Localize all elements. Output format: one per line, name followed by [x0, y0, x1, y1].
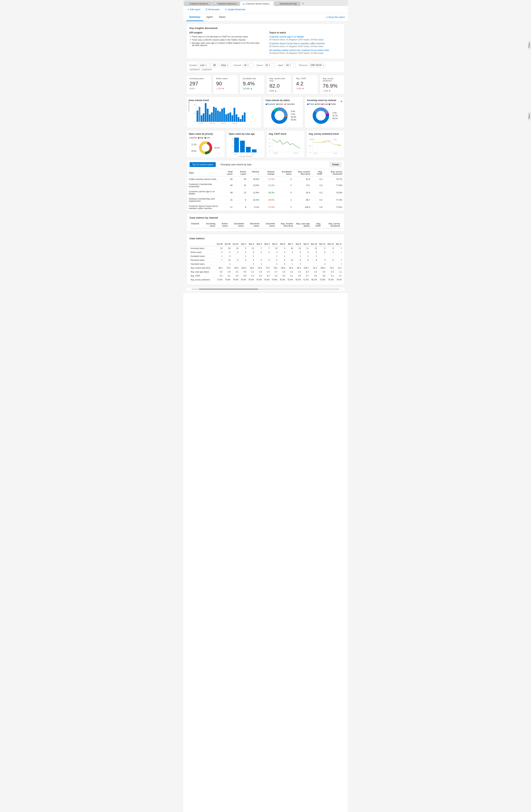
cm-cell-5-12: 62.3 [310, 266, 318, 270]
topics-cell-4-0: Customer doesn't know how to maintain co… [187, 204, 222, 211]
svg-text:Nov 20: Nov 20 [334, 153, 337, 154]
browser-tab-1[interactable]: 📊 Customer Service A... [184, 1, 212, 6]
cm-date-col-4: Nov 2 [247, 242, 255, 246]
duration-arrow-icon: ▼ [205, 64, 207, 66]
filters-side-btn-top[interactable]: Filters [528, 41, 531, 49]
cm-row-label-2: Escalated cases [190, 254, 216, 258]
svg-text:10: 10 [194, 113, 195, 114]
timezone-select[interactable]: GMT-08:00 ▼ [309, 63, 326, 67]
channel-expand-icon[interactable]: ▶ [341, 100, 342, 102]
queue-select[interactable]: All ▼ [264, 63, 275, 67]
scroll-right-arrow[interactable]: › [341, 288, 342, 290]
legend-dot-active [276, 103, 278, 105]
topics-section: Top 10 volume topics Emerging case volum… [187, 160, 345, 211]
kpi-item-1: ↗ There was a 100.0% volume spike in the… [190, 39, 262, 41]
channel-select[interactable]: All ▼ [242, 63, 253, 67]
cm-date-col-12: Nov 10 [310, 242, 318, 246]
priority-pct-right: 63.3% [215, 147, 220, 149]
cm-cell-7-15: 4.4 [335, 274, 342, 278]
cm-row-3: Resolved cases713856445513668366526745 [190, 258, 342, 262]
topic-desc-0: #3 Volume Driver, #1 Negative CSAT impac… [269, 39, 342, 41]
top-10-topics-button[interactable]: Top 10 volume topics [190, 162, 216, 167]
kpi-insights-title: KPI insights [190, 31, 262, 34]
topics-cell-1-4: 21.2% [261, 182, 277, 189]
svg-text:3.3: 3.3 [269, 150, 270, 151]
svg-rect-49 [234, 138, 239, 153]
scroll-left-arrow[interactable]: ‹ [189, 288, 190, 290]
cm-cell-0-12: 15 [310, 246, 318, 250]
svg-text:Nov 13: Nov 13 [221, 122, 226, 124]
cm-date-col-0: Oct 29 [216, 242, 224, 246]
channel-donut-labels: 3.4% 32.7% 58.2% [333, 112, 338, 119]
cm-cell-7-11: 3.7 [302, 274, 310, 278]
topic-link-2[interactable]: No tracking number send to the customer … [269, 49, 342, 52]
browser-tab-3[interactable]: 📊 Customer Service historic... × [240, 1, 274, 6]
ch-col-escalated: Escalated cases [230, 221, 245, 228]
key-insights-card: Key insights discovered KPI insights ↗ T… [187, 24, 345, 59]
cm-cell-4-9: 1 [286, 262, 294, 266]
topics-cell-3-6: 86.7 [294, 196, 312, 204]
cm-cell-0-14: 8 [326, 246, 335, 250]
bookmarks-button[interactable]: ☰ Bookmarks [205, 8, 221, 12]
topics-details-button[interactable]: Details [330, 162, 342, 167]
svg-text:20: 20 [232, 145, 233, 147]
incoming-channel-header: Incoming cases by channel ▶ [307, 99, 342, 103]
agent-select[interactable]: All ▼ [284, 63, 296, 67]
emerging-topics-button[interactable]: Emerging case volume by topic [218, 162, 254, 167]
topics-cell-2-7: 4.2 [312, 189, 325, 196]
update-bookmark-button[interactable]: ↻ Update Bookmark [224, 8, 247, 12]
avg-csat-trend-title: Avg. CSAT trend [269, 133, 303, 135]
cm-cell-8-13: 72.8% [318, 278, 326, 282]
svg-rect-21 [230, 113, 231, 122]
tab-agent[interactable]: Agent [203, 13, 216, 21]
cm-cell-7-1: 4.1 [224, 274, 232, 278]
duration-select[interactable]: Last ▼ [198, 63, 209, 67]
topic-link-1[interactable]: Customer doesn't know how to maintain co… [269, 42, 342, 45]
topics-cell-2-6: 91.6 [294, 189, 312, 196]
update-bookmark-label: Update Bookmark [227, 8, 246, 11]
tab-summary[interactable]: Summary [187, 13, 203, 21]
duration-number-input[interactable] [211, 63, 218, 67]
queue-arrow-icon: ▼ [269, 64, 270, 66]
about-link[interactable]: ℹ About this report [326, 16, 344, 18]
duration-unit-select[interactable]: Days ▼ [219, 63, 231, 67]
col-topic: Topic [187, 169, 222, 177]
case-metrics-title: Case metrics [190, 237, 342, 240]
topic-link-0[interactable]: Customer cannot sign in on Mobile [269, 35, 342, 38]
channel-header-row: Channel ↓ Incoming cases Active cases Es… [190, 221, 342, 228]
svg-rect-8 [203, 113, 204, 122]
ch-col-channel: Channel ↓ [190, 221, 201, 228]
cm-cell-2-4: 2 [247, 254, 255, 258]
tab-close-icon[interactable]: × [273, 3, 274, 5]
cm-cell-8-4: 78.3% [247, 278, 255, 282]
channel-value: All [244, 64, 246, 67]
topics-cell-4-3: 9.1% [248, 204, 261, 211]
cm-cell-1-10: 4 [294, 250, 302, 254]
tab-add-button[interactable]: + [301, 1, 305, 6]
case-metrics-scroll[interactable]: Oct 29Oct 30Oct 31Nov 1Nov 2Nov 3Nov 4No… [190, 242, 342, 282]
insights-title: Key insights discovered [190, 27, 342, 30]
svg-text:57.0%: 57.0% [338, 145, 341, 146]
horizontal-scrollbar[interactable] [191, 288, 340, 290]
cm-cell-0-4: 12 [247, 246, 255, 250]
case-volume-status-legend: Resolved Active Cancelled [266, 103, 301, 105]
topics-cell-3-5: 1 [277, 196, 294, 204]
svg-text:Nov 20: Nov 20 [232, 122, 237, 124]
cm-cell-3-6: 4 [263, 258, 271, 262]
cm-cell-8-0: 77.5% [216, 278, 224, 282]
cm-row-label-6: Avg. case age (days) [190, 270, 216, 274]
topics-table: Topic Total cases Active cases Volume ▲ … [187, 169, 344, 211]
scrollbar-thumb[interactable] [199, 288, 258, 290]
cm-cell-8-8: 78.3% [279, 278, 286, 282]
edit-report-button[interactable]: ✏ Edit report [187, 8, 202, 12]
cm-cell-6-8: 2.4 [279, 270, 286, 274]
legend-dot-normal [189, 137, 190, 139]
topics-cell-2-1: 38 [222, 189, 235, 196]
priority-pct-63: 63.3% [215, 147, 220, 149]
filters-side-btn-bottom[interactable]: Filters [528, 112, 531, 120]
browser-tab-4[interactable]: 📊 Omnichannel Ong... [274, 1, 300, 6]
browser-tab-2[interactable]: 📊 Customer Service A... [212, 1, 240, 6]
tab-topics[interactable]: Topics [216, 13, 228, 21]
cm-cell-3-13: 3 [318, 258, 326, 262]
cm-cell-2-6 [263, 254, 271, 258]
